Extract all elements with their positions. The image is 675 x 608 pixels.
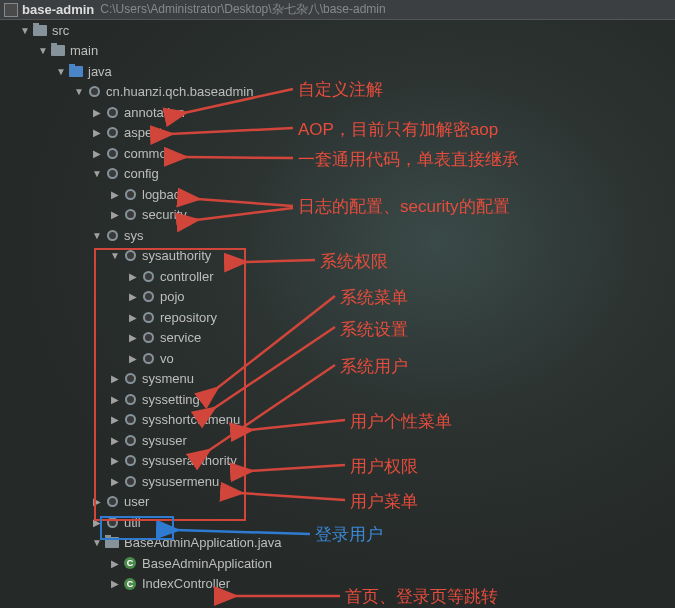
package-icon xyxy=(140,331,156,345)
arrow-down-icon[interactable]: ▼ xyxy=(18,25,32,36)
arrow-right-icon[interactable]: ▶ xyxy=(108,558,122,569)
tree-label: pojo xyxy=(160,289,185,304)
tree-row[interactable]: ▶sysusermenu xyxy=(0,471,380,492)
tree-row[interactable]: ▶user xyxy=(0,492,380,513)
package-icon xyxy=(122,392,138,406)
package-icon xyxy=(122,413,138,427)
tree-row[interactable]: ▼sys xyxy=(0,225,380,246)
tree-label: sys xyxy=(124,228,144,243)
tree-row[interactable]: ▼src xyxy=(0,20,380,41)
arrow-down-icon[interactable]: ▼ xyxy=(90,537,104,548)
tree-label: sysusermenu xyxy=(142,474,219,489)
arrow-right-icon[interactable]: ▶ xyxy=(126,332,140,343)
tree-label: aspect xyxy=(124,125,162,140)
arrow-down-icon[interactable]: ▼ xyxy=(90,230,104,241)
tree-label: annotation xyxy=(124,105,185,120)
project-tree[interactable]: ▼src▼main▼java▼cn.huanzi.qch.baseadmin▶a… xyxy=(0,20,380,594)
folder-icon xyxy=(32,23,48,37)
tree-row[interactable]: ▶vo xyxy=(0,348,380,369)
arrow-right-icon[interactable]: ▶ xyxy=(126,291,140,302)
tree-label: BaseAdminApplication xyxy=(142,556,272,571)
annotation-label: 系统菜单 xyxy=(340,286,408,309)
tree-label: user xyxy=(124,494,149,509)
tree-label: sysshortcutmenu xyxy=(142,412,240,427)
tree-label: logback xyxy=(142,187,187,202)
tree-row[interactable]: ▶pojo xyxy=(0,287,380,308)
package-icon xyxy=(104,515,120,529)
tree-row[interactable]: ▶repository xyxy=(0,307,380,328)
tree-label: IndexController xyxy=(142,576,230,591)
package-icon xyxy=(122,433,138,447)
arrow-right-icon[interactable]: ▶ xyxy=(90,148,104,159)
annotation-label: 系统设置 xyxy=(340,318,408,341)
tree-row[interactable]: ▶CBaseAdminApplication xyxy=(0,553,380,574)
arrow-right-icon[interactable]: ▶ xyxy=(90,107,104,118)
tree-label: BaseAdminApplication.java xyxy=(124,535,282,550)
annotation-label: 首页、登录页等跳转 xyxy=(345,585,498,608)
annotation-label: 用户菜单 xyxy=(350,490,418,513)
arrow-right-icon[interactable]: ▶ xyxy=(108,209,122,220)
package-icon xyxy=(140,269,156,283)
arrow-right-icon[interactable]: ▶ xyxy=(108,394,122,405)
tree-label: syssetting xyxy=(142,392,200,407)
arrow-right-icon[interactable]: ▶ xyxy=(90,517,104,528)
tree-label: service xyxy=(160,330,201,345)
tree-row[interactable]: ▶sysshortcutmenu xyxy=(0,410,380,431)
annotation-label: 系统用户 xyxy=(340,355,408,378)
annotation-label: 用户个性菜单 xyxy=(350,410,452,433)
package-icon xyxy=(104,167,120,181)
package-icon xyxy=(104,126,120,140)
package-icon xyxy=(122,208,138,222)
tree-label: util xyxy=(124,515,141,530)
package-icon xyxy=(140,310,156,324)
annotation-label: 一套通用代码，单表直接继承 xyxy=(298,148,519,171)
package-icon xyxy=(104,105,120,119)
tree-row[interactable]: ▶syssetting xyxy=(0,389,380,410)
arrow-right-icon[interactable]: ▶ xyxy=(108,455,122,466)
project-path: C:\Users\Administrator\Desktop\杂七杂八\base… xyxy=(100,1,385,18)
tree-row[interactable]: ▼main xyxy=(0,41,380,62)
project-title: base-admin xyxy=(22,2,94,17)
tree-label: config xyxy=(124,166,159,181)
arrow-down-icon[interactable]: ▼ xyxy=(54,66,68,77)
annotation-label: 用户权限 xyxy=(350,455,418,478)
arrow-right-icon[interactable]: ▶ xyxy=(108,476,122,487)
package-icon xyxy=(122,474,138,488)
arrow-down-icon[interactable]: ▼ xyxy=(72,86,86,97)
class-icon: C xyxy=(122,577,138,591)
arrow-right-icon[interactable]: ▶ xyxy=(90,127,104,138)
tree-row[interactable]: ▶sysmenu xyxy=(0,369,380,390)
arrow-right-icon[interactable]: ▶ xyxy=(126,312,140,323)
package-icon xyxy=(86,85,102,99)
tree-label: cn.huanzi.qch.baseadmin xyxy=(106,84,253,99)
folder-icon xyxy=(50,44,66,58)
java-file-icon xyxy=(104,536,120,550)
package-icon xyxy=(122,249,138,263)
project-icon xyxy=(4,3,18,17)
arrow-down-icon[interactable]: ▼ xyxy=(90,168,104,179)
arrow-right-icon[interactable]: ▶ xyxy=(108,189,122,200)
tree-label: java xyxy=(88,64,112,79)
tree-label: sysmenu xyxy=(142,371,194,386)
arrow-right-icon[interactable]: ▶ xyxy=(126,271,140,282)
arrow-down-icon[interactable]: ▼ xyxy=(36,45,50,56)
arrow-right-icon[interactable]: ▶ xyxy=(108,373,122,384)
tree-row[interactable]: ▶sysuserauthority xyxy=(0,451,380,472)
tree-label: sysuserauthority xyxy=(142,453,237,468)
package-icon xyxy=(104,228,120,242)
tree-label: security xyxy=(142,207,187,222)
tree-label: repository xyxy=(160,310,217,325)
arrow-right-icon[interactable]: ▶ xyxy=(108,435,122,446)
tree-row[interactable]: ▶service xyxy=(0,328,380,349)
arrow-right-icon[interactable]: ▶ xyxy=(126,353,140,364)
tree-label: src xyxy=(52,23,69,38)
class-icon: C xyxy=(122,556,138,570)
arrow-right-icon[interactable]: ▶ xyxy=(90,496,104,507)
tree-label: sysuser xyxy=(142,433,187,448)
tree-row[interactable]: ▶sysuser xyxy=(0,430,380,451)
tree-row[interactable]: ▶CIndexController xyxy=(0,574,380,595)
arrow-right-icon[interactable]: ▶ xyxy=(108,414,122,425)
arrow-right-icon[interactable]: ▶ xyxy=(108,578,122,589)
tree-label: controller xyxy=(160,269,213,284)
arrow-down-icon[interactable]: ▼ xyxy=(108,250,122,261)
